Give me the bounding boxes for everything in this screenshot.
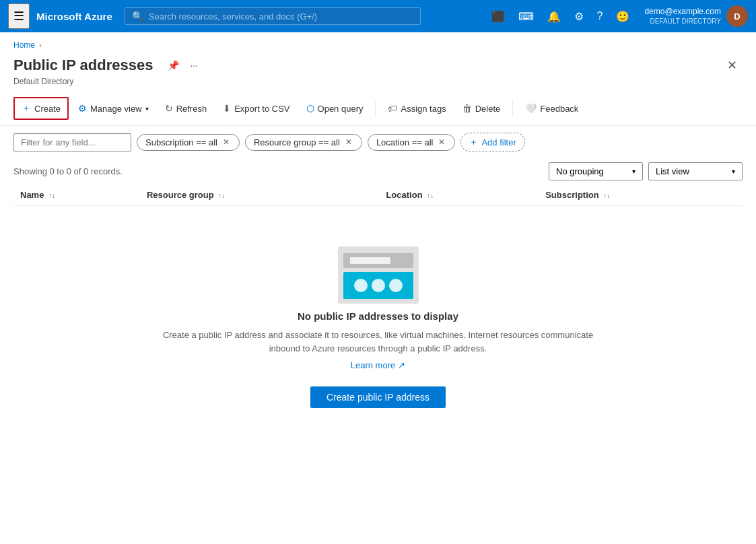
export-csv-label: Export to CSV — [234, 104, 289, 114]
svg-rect-2 — [350, 257, 390, 264]
notifications-icon-button[interactable]: 🔔 — [542, 6, 566, 27]
refresh-icon: ↻ — [165, 103, 173, 114]
assign-tags-button[interactable]: 🏷 Assign tags — [381, 99, 452, 118]
plus-icon: ＋ — [22, 102, 31, 114]
svg-point-4 — [354, 279, 368, 292]
create-button-label: Create — [34, 104, 61, 114]
toolbar: ＋ Create ⚙ Manage view ▾ ↻ Refresh ⬇ Exp… — [0, 92, 756, 126]
portal-menu-icon-button[interactable]: ⬛ — [486, 6, 510, 27]
avatar: D — [726, 5, 748, 27]
data-table: Name ↑↓ Resource group ↑↓ Location ↑↓ Su… — [13, 184, 743, 435]
chevron-down-icon: ▾ — [145, 105, 149, 112]
add-filter-button[interactable]: ＋ Add filter — [460, 133, 524, 151]
help-icon-button[interactable]: ? — [592, 6, 609, 26]
records-bar: Showing 0 to 0 of 0 records. No grouping… — [0, 158, 756, 184]
grouping-label: No grouping — [556, 166, 604, 176]
refresh-label: Refresh — [176, 104, 207, 114]
external-link-icon: ↗ — [398, 360, 405, 370]
location-filter-label: Location == all — [376, 137, 434, 147]
resource-group-filter-chip[interactable]: Resource group == all ✕ — [245, 134, 362, 151]
create-public-ip-button[interactable]: Create public IP address — [310, 386, 446, 408]
assign-tags-label: Assign tags — [401, 104, 446, 114]
open-query-button[interactable]: ⬡ Open query — [300, 99, 370, 118]
view-dropdown[interactable]: List view ▾ — [648, 162, 743, 180]
records-controls: No grouping ▾ List view ▾ — [549, 162, 743, 180]
page-title: Public IP addresses — [13, 57, 153, 74]
subscription-filter-remove-button[interactable]: ✕ — [221, 138, 231, 146]
empty-state-description: Create a public IP address and associate… — [160, 329, 597, 355]
location-sort-icon: ↑↓ — [427, 192, 434, 199]
column-header-resource-group[interactable]: Resource group ↑↓ — [140, 184, 380, 206]
filter-input[interactable] — [13, 133, 131, 151]
learn-more-label: Learn more — [351, 360, 395, 370]
user-directory: DEFAULT DIRECTORY — [644, 17, 721, 26]
view-label: List view — [656, 166, 689, 176]
name-sort-icon: ↑↓ — [48, 192, 55, 199]
subscription-filter-label: Subscription == all — [145, 137, 217, 147]
svg-point-6 — [389, 279, 403, 292]
grouping-dropdown[interactable]: No grouping ▾ — [549, 162, 643, 180]
page-subtitle: Default Directory — [0, 75, 756, 92]
feedback-button[interactable]: 🤍 Feedback — [518, 99, 585, 118]
pin-button[interactable]: 📌 — [164, 57, 183, 73]
create-button[interactable]: ＋ Create — [13, 97, 69, 120]
records-count: Showing 0 to 0 of 0 records. — [13, 166, 123, 176]
location-filter-remove-button[interactable]: ✕ — [437, 138, 446, 146]
manage-view-label: Manage view — [90, 104, 142, 114]
more-options-button[interactable]: ··· — [186, 57, 202, 73]
breadcrumb-home-link[interactable]: Home — [13, 40, 35, 50]
empty-state: No public IP addresses to display Create… — [13, 206, 743, 435]
tag-icon: 🏷 — [388, 103, 397, 114]
delete-icon: 🗑 — [462, 103, 472, 114]
export-icon: ⬇ — [223, 103, 231, 114]
svg-point-5 — [372, 279, 385, 292]
export-csv-button[interactable]: ⬇ Export to CSV — [216, 99, 296, 118]
breadcrumb-separator: › — [39, 42, 41, 49]
cloud-shell-icon-button[interactable]: ⌨ — [513, 6, 539, 27]
data-table-container: Name ↑↓ Resource group ↑↓ Location ↑↓ Su… — [0, 184, 756, 435]
search-icon: 🔍 — [132, 11, 143, 22]
delete-label: Delete — [475, 104, 501, 114]
refresh-button[interactable]: ↻ Refresh — [158, 99, 214, 118]
subscription-sort-icon: ↑↓ — [603, 192, 610, 199]
azure-logo: Microsoft Azure — [36, 11, 112, 22]
page-header: Public IP addresses 📌 ··· ✕ — [0, 53, 756, 75]
close-button[interactable]: ✕ — [722, 55, 743, 75]
toolbar-separator-2 — [512, 100, 513, 116]
location-filter-chip[interactable]: Location == all ✕ — [368, 134, 456, 151]
user-account-button[interactable]: demo@example.com DEFAULT DIRECTORY D — [644, 5, 748, 27]
search-input[interactable] — [149, 11, 413, 22]
subscription-filter-chip[interactable]: Subscription == all ✕ — [137, 134, 240, 151]
page-header-actions: 📌 ··· — [164, 57, 202, 73]
hamburger-menu-button[interactable]: ☰ — [8, 3, 30, 29]
grouping-chevron-icon: ▾ — [632, 168, 635, 175]
column-header-name[interactable]: Name ↑↓ — [13, 184, 140, 206]
add-filter-icon: ＋ — [469, 136, 478, 148]
feedback-label: Feedback — [540, 104, 578, 114]
empty-state-illustration — [331, 233, 425, 310]
main-content: Home › Public IP addresses 📌 ··· ✕ Defau… — [0, 32, 756, 544]
add-filter-label: Add filter — [481, 137, 516, 147]
resource-group-filter-remove-button[interactable]: ✕ — [344, 138, 353, 146]
manage-view-button[interactable]: ⚙ Manage view ▾ — [71, 99, 156, 118]
open-query-label: Open query — [318, 104, 364, 114]
empty-state-title: No public IP addresses to display — [298, 310, 458, 322]
topnav-icon-group: ⬛ ⌨ 🔔 ⚙ ? 🙂 — [486, 6, 635, 27]
manage-view-icon: ⚙ — [78, 103, 87, 114]
delete-button[interactable]: 🗑 Delete — [456, 99, 508, 118]
column-header-location[interactable]: Location ↑↓ — [379, 184, 539, 206]
feedback-icon-button[interactable]: 🙂 — [611, 6, 635, 27]
toolbar-separator — [375, 100, 376, 116]
settings-icon-button[interactable]: ⚙ — [569, 6, 589, 27]
learn-more-link[interactable]: Learn more ↗ — [351, 360, 405, 370]
resource-group-filter-label: Resource group == all — [254, 137, 340, 147]
global-search-bar[interactable]: 🔍 — [125, 7, 421, 25]
user-info: demo@example.com DEFAULT DIRECTORY — [644, 7, 721, 26]
filter-bar: Subscription == all ✕ Resource group == … — [0, 126, 756, 158]
view-chevron-icon: ▾ — [732, 168, 735, 175]
user-email: demo@example.com — [644, 7, 721, 18]
column-header-subscription[interactable]: Subscription ↑↓ — [539, 184, 743, 206]
resource-group-sort-icon: ↑↓ — [218, 192, 225, 199]
breadcrumb: Home › — [0, 32, 756, 53]
feedback-icon: 🤍 — [525, 103, 537, 114]
